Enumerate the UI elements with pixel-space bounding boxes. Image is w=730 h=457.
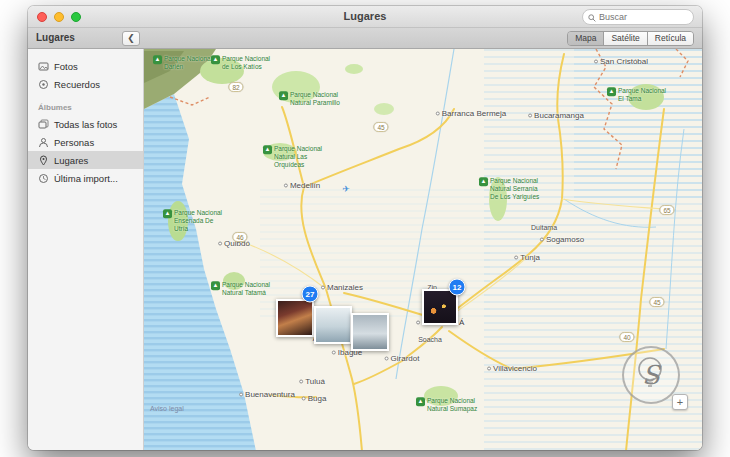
city-label-girardot: Girardot [385, 354, 420, 363]
city-label-bucaramanga: Bucaramanga [528, 111, 584, 120]
city-dot [321, 285, 325, 289]
map-mode-segmented-control: Mapa Satélite Retícula [567, 31, 694, 46]
park-tree-icon: ▲ [263, 145, 272, 154]
sidebar: Fotos Recuerdos Álbumes Todas las fotos [28, 49, 144, 450]
map-base-art [144, 49, 702, 450]
route-shield-40: 40 [619, 332, 634, 342]
park-tree-icon: ▲ [279, 91, 288, 100]
sidebar-section-albums: Álbumes [28, 93, 143, 115]
all-photos-icon [38, 119, 49, 130]
photos-app-window: Lugares Lugares ❮ Mapa Satélite Retícula… [28, 6, 702, 450]
places-pin-icon [38, 155, 49, 166]
park-label-yariguies: ▲ Parque Nacional Natural Serranía De Lo… [479, 177, 545, 200]
city-dot [284, 183, 288, 187]
park-label-paramillo: ▲ Parque Nacional Natural Paramillo [279, 91, 345, 107]
city-label-manizales: Manizales [321, 283, 363, 292]
photo-thumbnail[interactable] [276, 299, 314, 337]
sidebar-item-label: Recuerdos [54, 79, 100, 90]
city-dot [528, 113, 532, 117]
segment-mapa[interactable]: Mapa [568, 32, 604, 45]
memories-icon [38, 79, 49, 90]
city-label-villavicencio: Villavicencio [487, 364, 537, 373]
city-label-buenaventura: Buenaventura [239, 390, 295, 399]
sidebar-item-recuerdos[interactable]: Recuerdos [28, 75, 143, 93]
city-dot [299, 379, 303, 383]
city-dot [540, 237, 544, 241]
city-label-medellin: Medellín [284, 181, 320, 190]
sidebar-item-label: Última import... [54, 173, 118, 184]
city-label-sogamoso: Sogamoso [540, 235, 584, 244]
people-icon [38, 137, 49, 148]
city-label-barranca-bermeja: Barranca Bermeja [436, 109, 506, 118]
photo-thumbnail[interactable] [351, 313, 389, 351]
last-import-clock-icon [38, 173, 49, 184]
sidebar-item-fotos[interactable]: Fotos [28, 57, 143, 75]
park-label-tama: ▲ Parque Nacional El Tama [607, 87, 673, 103]
back-button[interactable]: ❮ [122, 31, 140, 46]
city-label-tunja: Tunja [514, 253, 540, 262]
park-label-orquideas: ▲ Parque Nacional Natural Las Orquídeas [263, 145, 329, 168]
route-shield-65: 65 [659, 205, 674, 215]
toolbar: Lugares ❮ Mapa Satélite Retícula [28, 28, 702, 49]
sidebar-item-label: Personas [54, 137, 94, 148]
zoom-in-button[interactable]: + [672, 394, 688, 410]
city-dot [302, 396, 306, 400]
city-dot [487, 366, 491, 370]
park-tree-icon: ▲ [211, 55, 220, 64]
segment-reticula[interactable]: Retícula [648, 32, 693, 45]
park-tree-icon: ▲ [163, 209, 172, 218]
city-label-tulua: Tuluá [299, 377, 325, 386]
park-label-katios: ▲ Parque Nacional de Los Katíos [211, 55, 277, 71]
photos-icon [38, 61, 49, 72]
park-label-sumapaz: ▲ Parque Nacional Natural Sumapaz [416, 397, 482, 413]
route-shield-45-south: 45 [649, 297, 664, 307]
sidebar-item-label: Todas las fotos [54, 119, 117, 130]
sidebar-item-ultima-importacion[interactable]: Última import... [28, 169, 143, 187]
park-tree-icon: ▲ [416, 397, 425, 406]
city-dot [436, 111, 440, 115]
park-tree-icon: ▲ [607, 87, 616, 96]
city-dot [332, 350, 336, 354]
park-label-darien: ▲ Parque Nacional Darién [153, 55, 219, 71]
park-label-tatama: ▲ Parque Nacional Natural Tatamá [211, 281, 277, 297]
photo-thumbnail[interactable] [314, 306, 352, 344]
photo-cluster-count-badge[interactable]: 12 [449, 279, 466, 296]
search-icon [588, 8, 596, 26]
route-shield-45: 45 [373, 122, 388, 132]
city-dot [594, 59, 598, 63]
photo-cluster-count-badge[interactable]: 27 [302, 286, 319, 303]
map-canvas[interactable]: ▲ Parque Nacional Darién ▲ Parque Nacion… [144, 49, 702, 450]
sidebar-item-label: Fotos [54, 61, 78, 72]
airport-icon: ✈ [342, 184, 350, 194]
city-dot [218, 241, 222, 245]
park-tree-icon: ▲ [211, 281, 220, 290]
view-header: Lugares [36, 32, 75, 43]
park-label-utria: ▲ Parque Nacional Ensenada De Utría [163, 209, 229, 232]
park-tree-icon: ▲ [479, 177, 488, 186]
search-field[interactable] [582, 9, 694, 25]
city-dot [239, 392, 243, 396]
search-input[interactable] [599, 12, 679, 22]
sidebar-item-todas-las-fotos[interactable]: Todas las fotos [28, 115, 143, 133]
city-label-buga: Buga [302, 394, 327, 403]
sidebar-item-label: Lugares [54, 155, 88, 166]
city-label-san-cristobal: San Cristóbal [594, 57, 648, 66]
city-dot [514, 255, 518, 259]
city-label-duitama: Duitama [531, 224, 557, 231]
titlebar[interactable]: Lugares [28, 6, 702, 28]
city-dot [385, 356, 389, 360]
segment-satelite[interactable]: Satélite [604, 32, 647, 45]
legal-link[interactable]: Aviso legal [150, 405, 184, 412]
route-shield-46: 46 [232, 232, 247, 242]
park-tree-icon: ▲ [153, 55, 162, 64]
sidebar-item-lugares[interactable]: Lugares [28, 151, 143, 169]
route-shield-82: 82 [228, 82, 243, 92]
city-dot [416, 320, 420, 324]
sidebar-item-personas[interactable]: Personas [28, 133, 143, 151]
city-label-soacha: Soacha [418, 336, 442, 343]
lightbulb-icon [632, 354, 674, 400]
